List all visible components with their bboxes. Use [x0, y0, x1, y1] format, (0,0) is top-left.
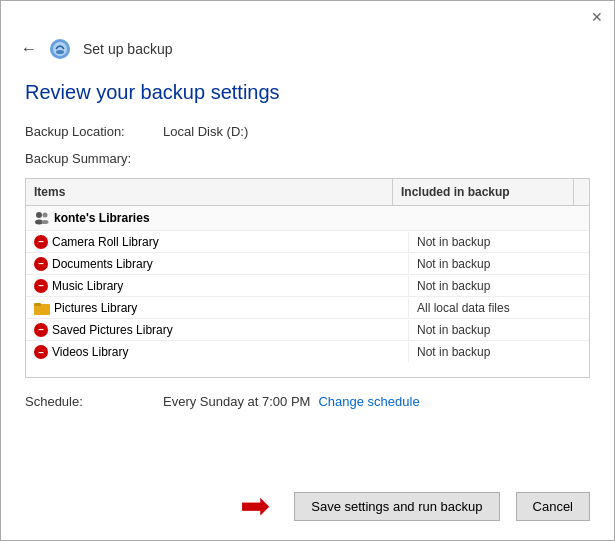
table-body[interactable]: konte's Libraries – Camera Roll Library … [26, 206, 589, 377]
schedule-value: Every Sunday at 7:00 PM [163, 394, 310, 409]
table-row: – Saved Pictures Library Not in backup [26, 319, 589, 341]
col-included-header: Included in backup [393, 179, 573, 205]
backup-location-row: Backup Location: Local Disk (D:) [25, 124, 590, 139]
change-schedule-link[interactable]: Change schedule [318, 394, 419, 409]
folder-icon [34, 301, 50, 315]
included-documents: Not in backup [409, 254, 589, 274]
footer: ➡ Save settings and run backup Cancel [1, 472, 614, 540]
item-camera-roll: – Camera Roll Library [26, 232, 409, 252]
item-pictures: Pictures Library [26, 298, 409, 318]
title-bar: ✕ [1, 1, 614, 33]
table-row: Pictures Library All local data files [26, 297, 589, 319]
included-camera-roll: Not in backup [409, 232, 589, 252]
no-entry-icon: – [34, 279, 48, 293]
right-arrow-icon: ➡ [240, 488, 270, 524]
table-header: Items Included in backup [26, 179, 589, 206]
included-pictures: All local data files [409, 298, 589, 318]
svg-point-3 [36, 212, 42, 218]
nav-bar: ← Set up backup [1, 33, 614, 65]
svg-point-6 [42, 220, 49, 224]
item-music: – Music Library [26, 276, 409, 296]
close-button[interactable]: ✕ [588, 8, 606, 26]
table-row: – Music Library Not in backup [26, 275, 589, 297]
backup-location-value: Local Disk (D:) [163, 124, 248, 139]
included-music: Not in backup [409, 276, 589, 296]
svg-point-2 [56, 50, 64, 54]
cancel-button[interactable]: Cancel [516, 492, 590, 521]
schedule-label: Schedule: [25, 394, 155, 409]
group-row-libraries: konte's Libraries [26, 206, 589, 231]
table-row: – Documents Library Not in backup [26, 253, 589, 275]
item-videos: – Videos Library [26, 342, 409, 362]
table-row: – Camera Roll Library Not in backup [26, 231, 589, 253]
group-label: konte's Libraries [54, 211, 150, 225]
backup-location-label: Backup Location: [25, 124, 155, 139]
nav-title: Set up backup [83, 41, 173, 57]
schedule-row: Schedule: Every Sunday at 7:00 PM Change… [25, 394, 590, 409]
no-entry-icon: – [34, 235, 48, 249]
no-entry-icon: – [34, 323, 48, 337]
content-area: Review your backup settings Backup Locat… [1, 65, 614, 472]
backup-summary-row: Backup Summary: [25, 151, 590, 166]
arrow-container: ➡ [25, 488, 270, 524]
no-entry-icon: – [34, 257, 48, 271]
col-items-header: Items [26, 179, 393, 205]
included-videos: Not in backup [409, 342, 589, 362]
no-entry-icon: – [34, 345, 48, 359]
svg-rect-8 [34, 303, 41, 306]
item-documents: – Documents Library [26, 254, 409, 274]
svg-point-5 [43, 213, 48, 218]
back-button[interactable]: ← [17, 37, 41, 61]
page-title: Review your backup settings [25, 81, 590, 104]
included-saved-pictures: Not in backup [409, 320, 589, 340]
backup-summary-label: Backup Summary: [25, 151, 155, 166]
backup-icon [49, 38, 71, 60]
backup-table: Items Included in backup konte's [25, 178, 590, 378]
main-window: ✕ ← Set up backup Review your backup set… [0, 0, 615, 541]
people-icon [34, 210, 50, 226]
table-row: – Videos Library Not in backup [26, 341, 589, 363]
item-saved-pictures: – Saved Pictures Library [26, 320, 409, 340]
save-run-button[interactable]: Save settings and run backup [294, 492, 499, 521]
